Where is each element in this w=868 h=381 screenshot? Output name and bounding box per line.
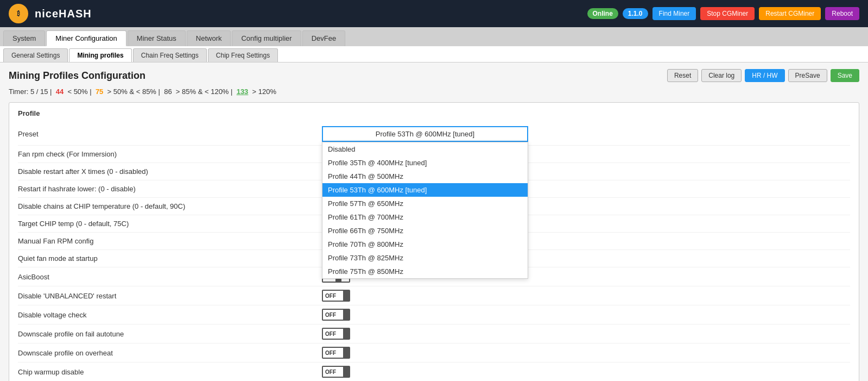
toggle-off-label: OFF bbox=[323, 291, 343, 301]
primary-tabs: System Miner Configuration Miner Status … bbox=[0, 27, 868, 46]
field-row-downscale-overheat: Downscale profile on overheat OFF | bbox=[18, 343, 850, 363]
save-button[interactable]: Save bbox=[831, 69, 859, 82]
presave-button[interactable]: PreSave bbox=[788, 69, 827, 82]
tab-miner-configuration[interactable]: Miner Configuration bbox=[46, 30, 126, 46]
field-label-downscale-fail: Downscale profile on fail autotune bbox=[18, 330, 322, 338]
chip-warmup-toggle[interactable]: OFF | bbox=[322, 366, 350, 378]
timer-val-75: 75 bbox=[96, 88, 103, 96]
field-control-chip-warmup: OFF | bbox=[322, 366, 850, 378]
dropdown-item-66th[interactable]: Profile 66Th @ 750MHz bbox=[322, 224, 528, 238]
downscale-fail-toggle[interactable]: OFF | bbox=[322, 328, 350, 340]
toggle-off-switch: | bbox=[343, 291, 349, 301]
dropdown-item-53th[interactable]: Profile 53Th @ 600MHz [tuned] bbox=[322, 183, 528, 197]
field-label-chip-warmup: Chip warmup disable bbox=[18, 368, 322, 376]
timer-suffix-86: > 85% & < 120% | bbox=[176, 88, 233, 96]
timer-suffix-44: < 50% | bbox=[67, 88, 91, 96]
field-row-downscale-fail: Downscale profile on fail autotune OFF | bbox=[18, 324, 850, 343]
field-control-downscale-overheat: OFF | bbox=[322, 347, 850, 359]
field-row-unbalanced: Disable 'UNBALANCED' restart OFF | bbox=[18, 286, 850, 305]
reset-button[interactable]: Reset bbox=[667, 69, 698, 82]
header: ₿ niceHASH Online 1.1.0 Find Miner Stop … bbox=[0, 0, 868, 27]
tab-config-multiplier[interactable]: Config multiplier bbox=[232, 30, 301, 46]
logo-text: niceHASH bbox=[35, 8, 92, 20]
timer-row: Timer: 5 / 15 | 44 < 50% | 75 > 50% & < … bbox=[9, 88, 859, 96]
version-badge: 1.1.0 bbox=[623, 8, 648, 19]
toggle-off-label-v: OFF bbox=[323, 310, 343, 320]
tab-chain-freq-settings[interactable]: Chain Freq Settings bbox=[133, 48, 207, 62]
field-control-unbalanced: OFF | bbox=[322, 290, 850, 302]
toggle-off-label-cw: OFF bbox=[323, 367, 343, 377]
timer-val-86: 86 bbox=[164, 88, 172, 96]
dropdown-item-44th[interactable]: Profile 44Th @ 500MHz bbox=[322, 170, 528, 183]
field-label-asicboost: AsicBoost bbox=[18, 273, 322, 281]
timer-prefix: Timer: 5 / 15 | bbox=[9, 88, 52, 96]
logo-icon: ₿ bbox=[9, 4, 28, 23]
field-row-preset: Preset Profile 53Th @ 600MHz [tuned] Dis… bbox=[18, 123, 850, 146]
hr-hw-button[interactable]: HR / HW bbox=[745, 69, 784, 82]
toggle-off-switch-df: | bbox=[343, 329, 349, 339]
toggle-off-switch-cw: | bbox=[343, 367, 349, 377]
tab-general-settings[interactable]: General Settings bbox=[3, 48, 68, 62]
field-label-preset: Preset bbox=[18, 130, 322, 138]
field-row-voltage-check: Disable voltage check OFF | bbox=[18, 305, 850, 324]
dropdown-item-35th[interactable]: Profile 35Th @ 400MHz [tuned] bbox=[322, 156, 528, 170]
tab-chip-freq-settings[interactable]: Chip Freq Settings bbox=[208, 48, 278, 62]
unbalanced-toggle[interactable]: OFF | bbox=[322, 290, 350, 302]
tab-mining-profiles[interactable]: Mining profiles bbox=[69, 48, 131, 62]
clear-log-button[interactable]: Clear log bbox=[701, 69, 742, 82]
secondary-tabs: General Settings Mining profiles Chain F… bbox=[0, 46, 868, 63]
find-miner-button[interactable]: Find Miner bbox=[652, 7, 696, 20]
dropdown-selected[interactable]: Profile 53Th @ 600MHz [tuned] bbox=[322, 126, 528, 142]
dropdown-item-73th[interactable]: Profile 73Th @ 825MHz bbox=[322, 251, 528, 265]
field-label-voltage-check: Disable voltage check bbox=[18, 311, 322, 319]
toggle-off-switch-v: | bbox=[343, 310, 349, 320]
tab-devfee[interactable]: DevFee bbox=[302, 30, 346, 46]
timer-suffix-75: > 50% & < 85% | bbox=[107, 88, 160, 96]
dropdown-list: Disabled Profile 35Th @ 400MHz [tuned] P… bbox=[322, 142, 528, 279]
field-label-unbalanced: Disable 'UNBALANCED' restart bbox=[18, 292, 322, 300]
field-label-fan-rpm: Fan rpm check (For Immersion) bbox=[18, 150, 322, 158]
timer-val-133[interactable]: 133 bbox=[237, 88, 249, 96]
field-control-preset: Profile 53Th @ 600MHz [tuned] Disabled P… bbox=[322, 126, 850, 142]
voltage-check-toggle[interactable]: OFF | bbox=[322, 309, 350, 321]
field-label-restart-hashrate: Restart if hashrate lower: (0 - disable) bbox=[18, 185, 322, 193]
field-row-chip-warmup: Chip warmup disable OFF | bbox=[18, 363, 850, 381]
restart-cgminer-button[interactable]: Restart CGMiner bbox=[759, 7, 821, 20]
title-bar: Mining Profiles Configuration Reset Clea… bbox=[9, 69, 859, 82]
title-actions: Reset Clear log HR / HW PreSave Save bbox=[667, 69, 859, 82]
stop-cgminer-button[interactable]: Stop CGMiner bbox=[700, 7, 755, 20]
field-label-disable-chains: Disable chains at CHIP temperature (0 - … bbox=[18, 202, 322, 210]
toggle-off-switch-do: | bbox=[343, 348, 349, 358]
preset-dropdown[interactable]: Profile 53Th @ 600MHz [tuned] Disabled P… bbox=[322, 126, 528, 142]
field-label-quiet-fan: Quiet fan mode at startup bbox=[18, 254, 322, 263]
header-actions: Online 1.1.0 Find Miner Stop CGMiner Res… bbox=[587, 7, 860, 20]
downscale-overheat-toggle[interactable]: OFF | bbox=[322, 347, 350, 359]
tab-network[interactable]: Network bbox=[187, 30, 231, 46]
dropdown-item-75th[interactable]: Profile 75Th @ 850MHz bbox=[322, 265, 528, 278]
timer-suffix-133: > 120% bbox=[252, 88, 276, 96]
field-control-downscale-fail: OFF | bbox=[322, 328, 850, 340]
dropdown-item-70th[interactable]: Profile 70Th @ 800MHz bbox=[322, 238, 528, 251]
reboot-button[interactable]: Reboot bbox=[825, 7, 859, 20]
profile-section: Profile Preset Profile 53Th @ 600MHz [tu… bbox=[9, 102, 859, 381]
tab-miner-status[interactable]: Miner Status bbox=[128, 30, 186, 46]
dropdown-item-57th[interactable]: Profile 57Th @ 650MHz bbox=[322, 197, 528, 210]
field-label-downscale-overheat: Downscale profile on overheat bbox=[18, 349, 322, 357]
dropdown-item-disabled[interactable]: Disabled bbox=[322, 142, 528, 156]
section-title: Profile bbox=[18, 109, 850, 117]
toggle-off-label-df: OFF bbox=[323, 329, 343, 339]
toggle-off-label-do: OFF bbox=[323, 348, 343, 358]
status-badge: Online bbox=[587, 8, 618, 19]
field-label-target-chip: Target CHIP temp (0 - default, 75C) bbox=[18, 220, 322, 228]
field-control-voltage-check: OFF | bbox=[322, 309, 850, 321]
field-label-disable-restart: Disable restart after X times (0 - disab… bbox=[18, 167, 322, 176]
content-area: Mining Profiles Configuration Reset Clea… bbox=[0, 63, 868, 381]
field-label-manual-fan: Manual Fan RPM config bbox=[18, 237, 322, 245]
page-title: Mining Profiles Configuration bbox=[9, 70, 145, 82]
dropdown-item-61th[interactable]: Profile 61Th @ 700MHz bbox=[322, 210, 528, 224]
tab-system[interactable]: System bbox=[3, 30, 45, 46]
timer-val-44: 44 bbox=[56, 88, 64, 96]
